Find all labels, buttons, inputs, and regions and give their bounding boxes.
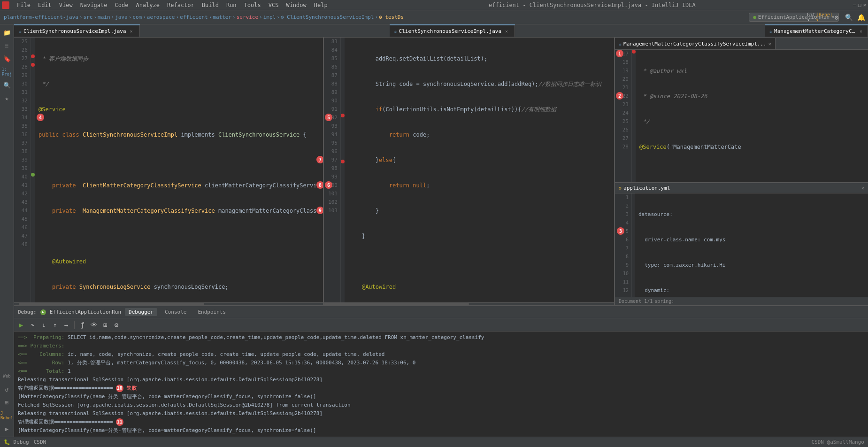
menu-file[interactable]: File <box>13 1 34 9</box>
menu-refactor[interactable]: Refactor <box>163 1 198 9</box>
badge-11: 11 <box>116 418 123 426</box>
debug-tab-endpoints[interactable]: Endpoints <box>194 308 230 316</box>
sidebar-run-icon[interactable]: ▶ <box>1 423 13 435</box>
jrebel-btn[interactable]: JRebel ▾ <box>819 12 830 23</box>
menu-vcs[interactable]: VCS <box>265 1 283 9</box>
breadcrumb-matter[interactable]: matter <box>213 14 231 20</box>
sidebar-find-icon[interactable]: 🔍 <box>1 79 13 91</box>
menu-navigate[interactable]: Navigate <box>77 1 111 9</box>
sidebar-structure-icon[interactable]: ≡ <box>1 39 13 52</box>
breakpoint-17[interactable] <box>632 50 636 54</box>
notifications-btn[interactable]: 🔔 <box>856 12 866 23</box>
debug-resume-btn[interactable]: ▶ <box>16 320 26 330</box>
search-btn[interactable]: 🔍 <box>844 12 854 23</box>
menu-tools[interactable]: Tools <box>240 1 265 9</box>
badge-4: 4 <box>37 114 44 121</box>
debug-step-over-btn[interactable]: ↷ <box>27 320 38 330</box>
code-area-1[interactable]: 2526272829 3031323334 3536373839 3940414… <box>14 38 323 302</box>
menu-run[interactable]: Run <box>223 1 240 9</box>
sidebar-rebuild-icon[interactable]: ↺ <box>1 383 13 395</box>
console-line-1: ==> Preparing: SELECT id,name,code,synch… <box>18 333 864 342</box>
badge-5: 5 <box>325 114 332 121</box>
status-doc: 🐛 Debug <box>4 439 29 445</box>
toolbar: plantform-efficient-java › src › main › … <box>0 10 868 24</box>
tab-close-4[interactable]: ✕ <box>768 41 771 46</box>
code-content-3[interactable]: * @author wxl * @since 2021-08-26 */ @Se… <box>636 50 868 182</box>
settings-btn[interactable]: ⚙ <box>831 12 842 23</box>
menu-edit[interactable]: Edit <box>34 1 55 9</box>
console-line-6: Releasing transactional SqlSession [org.… <box>18 376 864 384</box>
console-line-13: Transaction synchronization committing S… <box>18 435 864 437</box>
console-line-9: Fetched SqlSession [org.apache.ibatis.se… <box>18 401 864 409</box>
breadcrumb-aerospace[interactable]: aerospace <box>147 14 175 20</box>
sidebar-jrebel-bottom-icon[interactable]: JRebel <box>1 409 13 422</box>
breakpoint-93[interactable] <box>341 114 345 117</box>
debug-watch-btn[interactable]: 👁 <box>89 320 99 330</box>
tab-close-2[interactable]: ✕ <box>503 28 510 34</box>
breadcrumb-com[interactable]: com <box>132 14 142 20</box>
sidebar-bookmark-icon[interactable]: 🔖 <box>1 53 13 65</box>
breadcrumb-src[interactable]: src <box>84 14 93 20</box>
menu-bar: File Edit View Navigate Code Analyze Ref… <box>0 0 868 10</box>
badge-8: 8 <box>316 181 323 189</box>
menu-build[interactable]: Build <box>198 1 223 9</box>
debug-tab-console[interactable]: Console <box>161 308 190 316</box>
debug-run-to-cursor-btn[interactable]: → <box>61 320 71 330</box>
debug-frames-btn[interactable]: ⊞ <box>100 320 110 330</box>
yaml-section: ⚙ application.yml ✕ 12345 678910 1112131… <box>615 182 868 305</box>
menu-analyze[interactable]: Analyze <box>132 1 163 9</box>
sidebar-project-icon[interactable]: 📁 <box>1 26 13 39</box>
sidebar-web-icon[interactable]: Web <box>1 370 13 382</box>
breakpoint-27[interactable] <box>31 54 35 58</box>
top-tab-bar: ☕ ClientSynchronousServiceImpl.java ✕ ☕ … <box>14 24 868 38</box>
breadcrumb-class[interactable]: ⚙ ClientSynchronousServiceImpl <box>281 14 374 20</box>
sidebar-1project-icon[interactable]: 1:Proj <box>1 66 13 78</box>
yaml-code[interactable]: datasource: driver-class-name: com.mys t… <box>635 193 868 297</box>
breadcrumb-efficient[interactable]: efficient <box>180 14 208 20</box>
breakpoint-28[interactable] <box>31 63 35 67</box>
breadcrumb-java[interactable]: java <box>115 14 128 20</box>
code-content-2[interactable]: addReq.setDetailList(detailList); String… <box>345 38 614 302</box>
tab-client-sync-2[interactable]: ☕ ClientSynchronousServiceImpl.java ✕ <box>390 24 515 37</box>
menu-view[interactable]: View <box>55 1 77 9</box>
main-layout: 📁 ≡ 🔖 1:Proj 🔍 ★ Web ↺ ⊞ JRebel ▶ ☕ Clie… <box>0 24 868 437</box>
panel3-tab-active[interactable]: ☕ ManagementMatterCategoryClassifyServic… <box>615 38 776 49</box>
badge-7: 7 <box>316 156 323 163</box>
tab-mgmt-impl[interactable]: ☕ ManagementMatterCategoryClassifyServic… <box>765 24 868 37</box>
debug-step-out-btn[interactable]: ↑ <box>50 320 60 330</box>
breadcrumb-main[interactable]: main <box>98 14 110 20</box>
tab-client-sync-1[interactable]: ☕ ClientSynchronousServiceImpl.java ✕ <box>14 24 140 37</box>
debug-console-content[interactable]: ==> Preparing: SELECT id,name,code,synch… <box>14 331 868 437</box>
debug-tab-debugger[interactable]: Debugger <box>125 308 157 316</box>
yaml-tab[interactable]: ⚙ application.yml ✕ <box>615 183 868 193</box>
debug-evaluate-btn[interactable]: ƒ <box>77 320 88 330</box>
badge-3: 3 <box>617 227 624 235</box>
breadcrumb-service[interactable]: service <box>237 14 258 20</box>
sidebar-favorites-icon[interactable]: ★ <box>1 92 13 104</box>
yaml-close[interactable]: ✕ <box>861 185 864 191</box>
maximize-btn[interactable]: □ <box>858 2 861 8</box>
minimize-btn[interactable]: ─ <box>853 2 856 8</box>
breakpoint-99[interactable] <box>341 160 345 163</box>
run-dot: ▶ <box>40 309 46 315</box>
menu-code[interactable]: Code <box>111 1 132 9</box>
status-line: CSDN <box>34 439 46 445</box>
breadcrumb-method[interactable]: ⚙ testDs <box>379 14 404 20</box>
debug-toolbar: ▶ ↷ ↓ ↑ → ƒ 👁 ⊞ ⚙ <box>14 318 868 331</box>
menu-window[interactable]: Window <box>282 1 310 9</box>
tab-close-1[interactable]: ✕ <box>128 28 135 34</box>
tab-close-3[interactable]: ✕ <box>859 28 863 34</box>
code-area-2[interactable]: 8384858687 8889909192 9394959697 9899100… <box>324 38 614 302</box>
debug-step-into-btn[interactable]: ↓ <box>38 320 49 330</box>
sidebar-terminal-icon[interactable]: ⊞ <box>1 396 13 408</box>
menu-help[interactable]: Help <box>310 1 331 9</box>
line-numbers-2: 8384858687 8889909192 9394959697 9899100… <box>324 38 341 302</box>
breadcrumb-project[interactable]: plantform-efficient-java <box>4 14 78 20</box>
breadcrumb-impl[interactable]: impl <box>263 14 276 20</box>
code-content-1[interactable]: * 客户端数据同步 */ @Service public class Clien… <box>35 38 323 302</box>
run-config-debug: EfficientApplicationRun <box>50 309 121 315</box>
code-area-3[interactable]: 1718192021 2223242526 2728 * @author wxl… <box>615 50 868 182</box>
close-btn[interactable]: ✕ <box>863 2 866 8</box>
run-config-btn[interactable]: ● EfficientApplicationRun ▾ <box>789 12 799 23</box>
debug-settings-btn[interactable]: ⚙ <box>111 320 122 330</box>
